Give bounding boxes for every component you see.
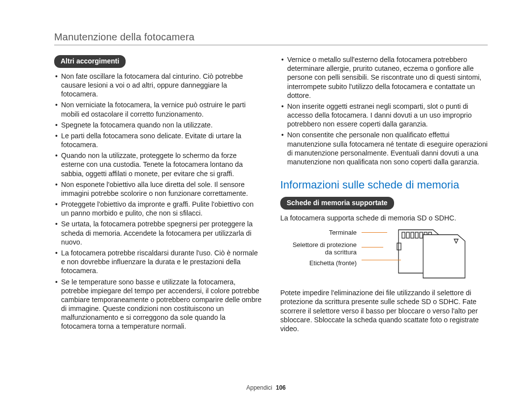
right-top-bullet-list: Vernice o metallo sull'esterno della fot… <box>280 55 488 166</box>
list-item: Non inserite oggetti estranei negli scom… <box>280 102 488 129</box>
pill-altri-accorgimenti: Altri accorgimenti <box>54 55 126 68</box>
page-header: Manutenzione della fotocamera <box>54 31 488 43</box>
svg-rect-2 <box>411 232 414 238</box>
list-item: La fotocamera potrebbe riscaldarsi duran… <box>54 248 262 276</box>
page-footer: Appendici 106 <box>0 384 532 391</box>
leader-line-icon <box>362 247 383 247</box>
content-columns: Altri accorgimenti Non fate oscillare la… <box>54 55 488 333</box>
list-item: Non fate oscillare la fotocamera dal cin… <box>54 72 262 99</box>
left-column: Altri accorgimenti Non fate oscillare la… <box>54 55 262 333</box>
list-item: Se urtata, la fotocamera potrebbe spegne… <box>54 219 262 247</box>
label-write-protect-line1: Selettore di protezione <box>293 241 357 248</box>
section-title-memory-cards: Informazioni sulle schede di memoria <box>280 178 488 192</box>
sd-card-icon <box>396 227 475 281</box>
svg-rect-4 <box>420 232 423 238</box>
list-item: Proteggete l'obiettivo da impronte e gra… <box>54 200 262 217</box>
leader-lines <box>362 227 391 277</box>
left-bullet-list: Non fate oscillare la fotocamera dal cin… <box>54 72 262 331</box>
svg-rect-1 <box>406 232 409 238</box>
bottom-paragraph: Potete impedire l'eliminazione dei file … <box>280 288 488 333</box>
list-item: Non verniciate la fotocamera, la vernice… <box>54 100 262 118</box>
supported-text: La fotocamera supporta schede di memoria… <box>280 214 488 222</box>
diagram-labels: Terminale Selettore di protezione da scr… <box>280 227 357 272</box>
label-front: Etichetta (fronte) <box>280 260 357 267</box>
list-item: Se le temperature sono basse e utilizzat… <box>54 278 262 331</box>
list-item: Vernice o metallo sull'esterno della fot… <box>280 55 488 100</box>
label-write-protect-line2: da scrittura <box>325 248 357 256</box>
list-item: Quando non la utilizzate, proteggete lo … <box>54 151 262 178</box>
footer-page-number: 106 <box>276 384 286 391</box>
svg-rect-3 <box>415 232 418 238</box>
header-divider <box>54 45 488 45</box>
list-item: Le parti della fotocamera sono delicate.… <box>54 131 262 149</box>
leader-line-icon <box>362 260 401 260</box>
right-column: Vernice o metallo sull'esterno della fot… <box>280 55 488 333</box>
list-item: Non esponete l'obiettivo alla luce diret… <box>54 180 262 198</box>
sd-card-diagram: Terminale Selettore di protezione da scr… <box>280 227 488 281</box>
list-item: Non consentite che personale non qualifi… <box>280 130 488 166</box>
leader-line-icon <box>362 232 387 233</box>
footer-section: Appendici <box>246 384 272 391</box>
svg-rect-7 <box>397 243 401 250</box>
list-item: Spegnete la fotocamera quando non la uti… <box>54 121 262 129</box>
pill-schede-supportate: Schede di memoria supportate <box>280 197 394 210</box>
label-terminal: Terminale <box>280 229 357 236</box>
label-write-protect: Selettore di protezione da scrittura <box>280 242 357 256</box>
svg-rect-0 <box>402 232 405 238</box>
